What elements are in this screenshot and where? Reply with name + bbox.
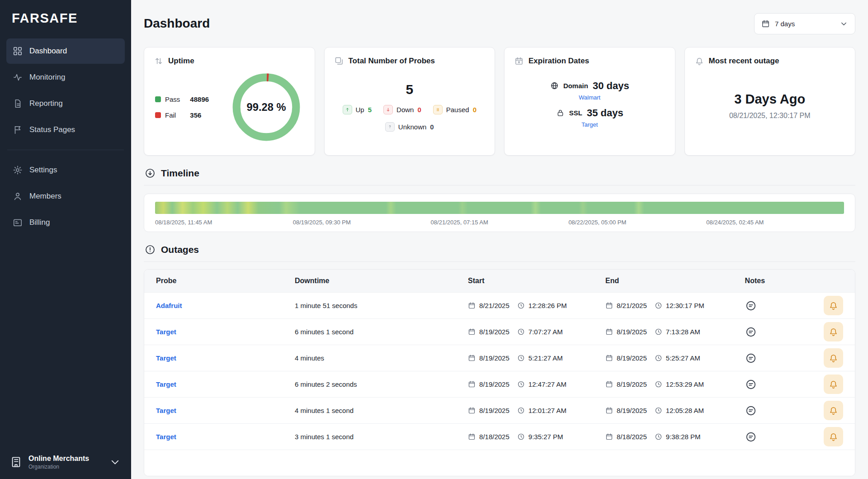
end-cell: 8/21/2025 12:30:17 PM bbox=[605, 302, 745, 309]
sidebar-item-billing[interactable]: Billing bbox=[6, 210, 125, 235]
org-switcher[interactable]: Online Merchants Organization bbox=[0, 446, 131, 479]
end-time: 5:25:27 AM bbox=[666, 354, 700, 362]
outages-section-header: Outages bbox=[144, 232, 855, 262]
start-cell: 8/19/2025 12:01:27 AM bbox=[468, 407, 605, 414]
main-content: Dashboard 7 days Uptime Pass bbox=[131, 0, 868, 479]
clock-icon bbox=[517, 354, 525, 362]
end-date: 8/19/2025 bbox=[617, 354, 647, 362]
clock-icon bbox=[517, 302, 525, 309]
note-comment-icon[interactable] bbox=[745, 431, 757, 443]
alert-button[interactable] bbox=[824, 375, 843, 394]
sidebar: FARSAFE Dashboard Monitoring Reporting S… bbox=[0, 0, 131, 479]
uptime-card: Uptime Pass 48896 Fail 356 bbox=[144, 47, 315, 156]
card-title: Expiration Dates bbox=[528, 57, 589, 66]
bell-icon bbox=[829, 327, 838, 337]
date-range-select[interactable]: 7 days bbox=[754, 13, 855, 34]
start-date: 8/18/2025 bbox=[479, 433, 509, 441]
probes-total: 5 bbox=[406, 82, 413, 97]
note-comment-icon[interactable] bbox=[745, 379, 757, 390]
note-comment-icon[interactable] bbox=[745, 300, 757, 312]
status-down: Down 0 bbox=[383, 105, 421, 114]
card-title: Total Number of Probes bbox=[349, 57, 435, 66]
pass-value: 48896 bbox=[190, 95, 209, 103]
fail-swatch bbox=[155, 112, 161, 118]
bell-icon bbox=[829, 432, 838, 441]
status-paused: Paused 0 bbox=[433, 105, 476, 114]
arrow-down-chip-icon bbox=[383, 105, 393, 114]
uptime-donut-chart: 99.28 % bbox=[231, 71, 302, 143]
downtime-cell: 4 minutes 1 second bbox=[295, 407, 468, 414]
timeline-tick: 08/19/2025, 09:30 PM bbox=[293, 219, 431, 226]
downtime-cell: 6 minutes 1 second bbox=[295, 328, 468, 336]
alert-button[interactable] bbox=[824, 401, 843, 420]
probe-link[interactable]: Target bbox=[156, 354, 176, 362]
start-time: 9:35:27 PM bbox=[528, 433, 563, 441]
sidebar-item-dashboard[interactable]: Dashboard bbox=[6, 38, 125, 64]
status-unknown-label: Unknown bbox=[398, 123, 427, 131]
sidebar-item-members[interactable]: Members bbox=[6, 184, 125, 209]
bell-icon bbox=[829, 379, 838, 389]
start-time: 5:21:27 AM bbox=[528, 354, 563, 362]
building-icon bbox=[10, 456, 22, 468]
table-row-partial bbox=[144, 450, 855, 476]
card-title: Uptime bbox=[168, 57, 194, 66]
note-comment-icon[interactable] bbox=[745, 326, 757, 338]
alert-button[interactable] bbox=[824, 296, 843, 315]
ssl-expiry-row: SSL 35 days bbox=[556, 107, 623, 119]
clock-icon bbox=[655, 328, 662, 336]
end-time: 12:30:17 PM bbox=[666, 302, 704, 309]
probe-link[interactable]: Target bbox=[156, 407, 176, 414]
table-header-row: Probe Downtime Start End Notes bbox=[144, 270, 855, 292]
timeline-tick: 08/18/2025, 11:45 AM bbox=[155, 219, 293, 226]
clock-icon bbox=[517, 433, 525, 441]
end-time: 9:38:28 PM bbox=[666, 433, 701, 441]
probe-link[interactable]: Target bbox=[156, 433, 176, 441]
start-date: 8/19/2025 bbox=[479, 354, 509, 362]
alert-button[interactable] bbox=[824, 322, 843, 341]
sidebar-item-status-pages[interactable]: Status Pages bbox=[6, 117, 125, 142]
alert-bell-icon bbox=[695, 57, 704, 66]
calendar-icon bbox=[761, 19, 770, 28]
probe-link[interactable]: Adafruit bbox=[156, 302, 182, 309]
sidebar-divider bbox=[7, 150, 124, 150]
clock-icon bbox=[655, 407, 662, 414]
probes-icon bbox=[335, 57, 344, 66]
timeline-icon bbox=[145, 168, 156, 179]
pulse-icon bbox=[13, 72, 23, 82]
col-start: Start bbox=[468, 277, 605, 285]
card-title: Most recent outage bbox=[709, 57, 779, 66]
timeline-tick: 08/21/2025, 07:15 AM bbox=[431, 219, 569, 226]
calendar-icon bbox=[468, 354, 476, 362]
probe-link[interactable]: Target bbox=[156, 328, 176, 336]
sidebar-item-reporting[interactable]: Reporting bbox=[6, 91, 125, 116]
bell-icon bbox=[829, 406, 838, 415]
start-time: 7:07:27 AM bbox=[528, 328, 563, 336]
alert-button[interactable] bbox=[824, 427, 843, 446]
uptime-percent: 99.28 % bbox=[246, 101, 286, 113]
start-cell: 8/21/2025 12:28:26 PM bbox=[468, 302, 605, 309]
clock-icon bbox=[655, 433, 662, 441]
domain-probe-link[interactable]: Walmart bbox=[579, 94, 600, 101]
ssl-probe-link[interactable]: Target bbox=[581, 121, 598, 128]
end-date: 8/19/2025 bbox=[617, 380, 647, 388]
note-comment-icon[interactable] bbox=[745, 352, 757, 364]
summary-cards: Uptime Pass 48896 Fail 356 bbox=[144, 47, 855, 156]
sidebar-item-settings[interactable]: Settings bbox=[6, 157, 125, 183]
timeline-axis: 08/18/2025, 11:45 AM 08/19/2025, 09:30 P… bbox=[155, 219, 844, 226]
alert-button[interactable] bbox=[824, 348, 843, 368]
lock-icon bbox=[556, 109, 565, 117]
sidebar-item-monitoring[interactable]: Monitoring bbox=[6, 65, 125, 90]
app-root: FARSAFE Dashboard Monitoring Reporting S… bbox=[0, 0, 868, 479]
app-logo: FARSAFE bbox=[0, 0, 131, 38]
legend-pass: Pass bbox=[155, 95, 180, 103]
recent-outage-body: 3 Days Ago 08/21/2025, 12:30:17 PM bbox=[695, 66, 845, 146]
outage-timestamp: 08/21/2025, 12:30:17 PM bbox=[729, 112, 811, 120]
col-notes: Notes bbox=[745, 277, 802, 285]
downtime-cell: 4 minutes bbox=[295, 354, 468, 362]
note-comment-icon[interactable] bbox=[745, 405, 757, 417]
start-cell: 8/18/2025 9:35:27 PM bbox=[468, 433, 605, 441]
calendar-icon bbox=[605, 328, 613, 336]
end-time: 12:53:29 AM bbox=[666, 380, 704, 388]
pass-swatch bbox=[155, 96, 161, 102]
probe-link[interactable]: Target bbox=[156, 380, 176, 388]
